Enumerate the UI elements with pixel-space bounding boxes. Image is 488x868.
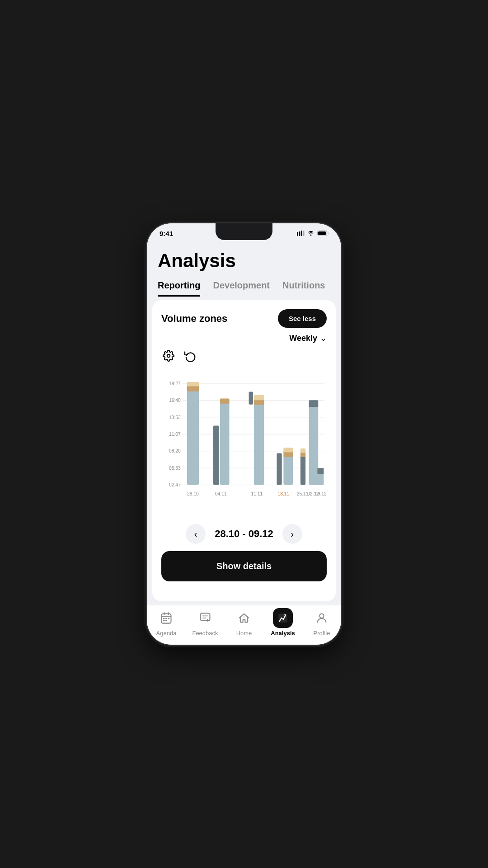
svg-rect-54 (165, 618, 167, 619)
prev-date-button[interactable]: ‹ (186, 524, 206, 544)
agenda-label: Agenda (156, 630, 177, 637)
svg-rect-24 (213, 426, 219, 485)
bottom-navigation: Agenda Feedback (147, 605, 341, 645)
svg-point-4 (310, 235, 312, 236)
svg-text:11:07: 11:07 (169, 432, 181, 437)
nav-item-feedback[interactable]: Feedback (186, 608, 225, 637)
status-time: 9:41 (160, 230, 173, 237)
nav-item-profile[interactable]: Profile (302, 608, 341, 637)
date-navigation: ‹ 28.10 - 09.12 › (161, 524, 327, 544)
bar-chart: 19:27 16:40 13:53 11:07 08:20 05:33 02:4… (166, 370, 327, 517)
svg-rect-53 (163, 618, 165, 619)
svg-rect-23 (187, 382, 199, 386)
svg-text:28.10: 28.10 (187, 491, 199, 496)
svg-rect-38 (309, 405, 319, 485)
weekly-label: Weekly (289, 334, 317, 343)
tab-reporting[interactable]: Reporting (158, 280, 200, 297)
page-title: Analysis (158, 250, 330, 271)
svg-rect-28 (254, 402, 264, 485)
svg-rect-40 (317, 472, 324, 485)
svg-text:25.11: 25.11 (297, 491, 309, 496)
status-icons (297, 231, 328, 236)
svg-text:02:47: 02:47 (169, 483, 181, 488)
date-range-label: 28.10 - 09.12 (215, 528, 273, 540)
svg-rect-30 (254, 395, 264, 400)
nav-item-agenda[interactable]: Agenda (147, 608, 186, 637)
svg-text:13:53: 13:53 (169, 415, 181, 420)
svg-rect-34 (277, 453, 282, 485)
svg-rect-31 (283, 454, 293, 485)
home-label: Home (236, 630, 252, 637)
svg-rect-1 (299, 231, 300, 236)
settings-icon[interactable] (161, 349, 176, 363)
svg-rect-6 (318, 231, 326, 235)
next-date-button[interactable]: › (282, 524, 302, 544)
svg-rect-2 (301, 231, 302, 236)
tab-nutritions[interactable]: Nutritions (282, 280, 325, 297)
nav-item-home[interactable]: Home (225, 608, 263, 637)
svg-rect-41 (317, 468, 324, 474)
svg-rect-26 (220, 399, 230, 404)
feedback-icon (195, 608, 215, 628)
svg-rect-55 (168, 618, 170, 619)
agenda-icon (156, 608, 176, 628)
profile-icon (312, 608, 332, 628)
svg-rect-0 (297, 232, 298, 236)
refresh-icon[interactable] (183, 349, 197, 363)
svg-text:18.11: 18.11 (278, 491, 290, 496)
profile-label: Profile (314, 630, 330, 637)
svg-rect-56 (163, 620, 165, 621)
page-header: Analysis (147, 243, 341, 275)
svg-rect-58 (201, 613, 210, 621)
svg-rect-3 (303, 231, 305, 236)
svg-rect-39 (309, 401, 319, 407)
show-details-button[interactable]: Show details (161, 551, 327, 581)
card-header: Volume zones See less (161, 309, 327, 328)
weekly-selector[interactable]: Weekly ⌄ (161, 333, 327, 343)
feedback-label: Feedback (192, 630, 218, 637)
see-less-button[interactable]: See less (278, 309, 327, 328)
svg-text:16:40: 16:40 (169, 398, 181, 403)
chart-controls (161, 349, 327, 363)
tab-development[interactable]: Development (213, 280, 270, 297)
volume-zones-card: Volume zones See less Weekly ⌄ (152, 300, 336, 601)
main-content: Analysis Reporting Development Nutrition… (147, 243, 341, 605)
home-icon (234, 608, 254, 628)
chevron-down-icon: ⌄ (320, 333, 327, 343)
svg-point-61 (244, 617, 244, 618)
svg-rect-37 (300, 448, 305, 453)
svg-text:19:27: 19:27 (169, 381, 181, 386)
svg-text:08:20: 08:20 (169, 449, 181, 454)
svg-rect-57 (165, 620, 167, 621)
svg-text:09.12: 09.12 (315, 491, 327, 496)
svg-text:11.11: 11.11 (251, 491, 263, 496)
nav-item-analysis[interactable]: Analysis (263, 608, 302, 637)
svg-rect-35 (300, 454, 305, 485)
svg-point-66 (319, 614, 324, 618)
svg-rect-33 (283, 448, 293, 452)
svg-rect-25 (220, 401, 230, 485)
svg-text:04.11: 04.11 (215, 491, 227, 496)
svg-rect-27 (249, 392, 253, 405)
analysis-icon (273, 608, 293, 628)
svg-rect-21 (187, 386, 199, 485)
tabs-container: Reporting Development Nutritions (147, 275, 341, 297)
svg-text:05:33: 05:33 (169, 466, 181, 471)
card-title: Volume zones (161, 313, 227, 325)
analysis-label: Analysis (271, 630, 295, 637)
